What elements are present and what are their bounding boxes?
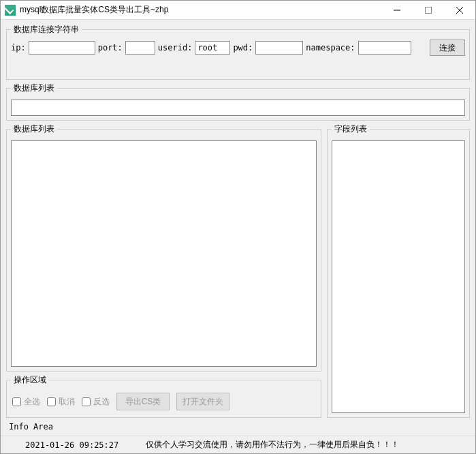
status-message: 仅供个人学习交流使用，请勿用作不法行为，一律使用后果自负！！！: [146, 439, 399, 451]
operations-row: 全选 取消 反选 导出CS类 打开文件夹: [11, 390, 317, 413]
table-list-legend: 数据库列表: [11, 123, 57, 135]
minimize-button[interactable]: [381, 1, 413, 19]
field-list-legend: 字段列表: [332, 123, 370, 135]
close-button[interactable]: [444, 1, 475, 19]
ip-label: ip:: [11, 43, 26, 52]
port-label: port:: [98, 43, 123, 52]
export-cs-button[interactable]: 导出CS类: [116, 393, 170, 410]
pwd-label: pwd:: [233, 43, 253, 52]
mid-left: 数据库列表 操作区域 全选 取消: [6, 123, 321, 418]
select-all-checkbox[interactable]: 全选: [12, 396, 40, 408]
titlebar: mysql数据库批量实体CS类导出工具~zhp: [1, 1, 475, 20]
mid-row: 数据库列表 操作区域 全选 取消: [6, 123, 470, 418]
field-list-group: 字段列表: [327, 123, 470, 418]
deselect-label: 取消: [59, 396, 75, 408]
connection-spacer: [11, 56, 465, 75]
namespace-input[interactable]: [358, 41, 411, 55]
operations-group: 操作区域 全选 取消 反选: [6, 374, 321, 418]
close-icon: [456, 7, 463, 14]
connection-row: ip: port: userid: pwd: namespace: 连接: [11, 40, 465, 56]
invert-checkbox[interactable]: 反选: [82, 396, 110, 408]
invert-label: 反选: [93, 396, 110, 408]
status-bar: 2021-01-26 09:25:27 仅供个人学习交流使用，请勿用作不法行为，…: [1, 436, 475, 453]
table-list-box[interactable]: [11, 140, 317, 367]
maximize-icon: [425, 7, 432, 14]
userid-label: userid:: [158, 43, 193, 52]
deselect-checkbox[interactable]: 取消: [47, 396, 75, 408]
field-list-box[interactable]: [332, 140, 465, 413]
table-list-group: 数据库列表: [6, 123, 321, 372]
svg-rect-1: [426, 7, 432, 13]
ip-input[interactable]: [29, 41, 95, 55]
userid-input[interactable]: [195, 41, 230, 55]
open-folder-button[interactable]: 打开文件夹: [176, 393, 229, 410]
database-list-legend: 数据库列表: [11, 82, 57, 94]
select-all-input[interactable]: [12, 397, 21, 406]
minimize-icon: [394, 7, 400, 14]
select-all-label: 全选: [24, 396, 40, 408]
invert-input[interactable]: [82, 397, 91, 406]
operations-legend: 操作区域: [11, 374, 49, 386]
info-area-label: Info Area: [6, 421, 470, 433]
port-input[interactable]: [125, 41, 155, 55]
connection-legend: 数据库连接字符串: [11, 24, 82, 35]
maximize-button[interactable]: [413, 1, 444, 19]
content-area: 数据库连接字符串 ip: port: userid: pwd: namespac…: [1, 20, 475, 436]
window-title: mysql数据库批量实体CS类导出工具~zhp: [20, 4, 381, 16]
window-controls: [381, 1, 475, 19]
app-window: mysql数据库批量实体CS类导出工具~zhp 数据库连接字符串 ip: por…: [0, 0, 476, 454]
database-list-box[interactable]: [11, 100, 465, 116]
connect-button[interactable]: 连接: [430, 40, 465, 56]
mid-right: 字段列表: [327, 123, 470, 418]
database-list-group: 数据库列表: [6, 82, 470, 121]
connection-group: 数据库连接字符串 ip: port: userid: pwd: namespac…: [6, 24, 470, 80]
deselect-input[interactable]: [47, 397, 56, 406]
pwd-input[interactable]: [255, 41, 303, 55]
app-icon: [5, 5, 16, 16]
status-time: 2021-01-26 09:25:27: [25, 440, 118, 450]
namespace-label: namespace:: [306, 43, 355, 52]
